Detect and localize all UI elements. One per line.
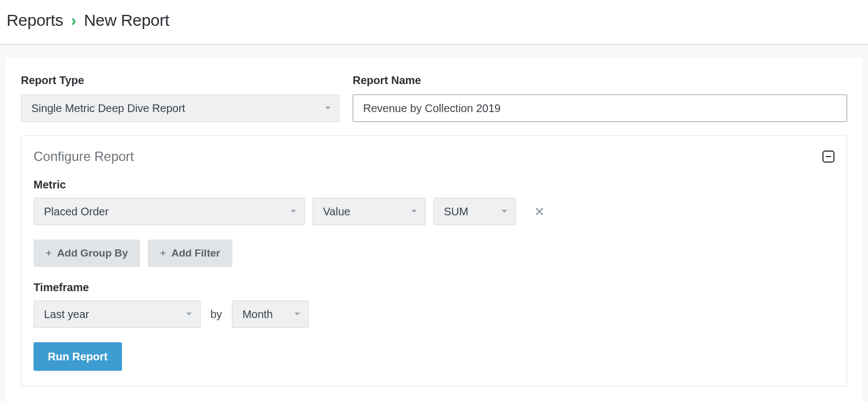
page-body: Report Type Single Metric Deep Dive Repo… bbox=[0, 44, 868, 402]
caret-down-icon bbox=[294, 312, 301, 316]
timeframe-select[interactable]: Last year bbox=[34, 300, 201, 328]
metric-aggregation-select[interactable]: SUM bbox=[433, 198, 516, 225]
interval-select[interactable]: Month bbox=[232, 300, 309, 328]
metric-property-select[interactable]: Value bbox=[313, 198, 426, 225]
collapse-button[interactable] bbox=[822, 151, 834, 163]
minus-icon bbox=[826, 156, 831, 157]
timeframe-label: Timeframe bbox=[34, 281, 834, 294]
report-form-card: Report Type Single Metric Deep Dive Repo… bbox=[5, 58, 863, 402]
add-filter-label: Add Filter bbox=[171, 247, 220, 259]
add-group-by-button[interactable]: + Add Group By bbox=[34, 240, 140, 267]
metric-event-select[interactable]: Placed Order bbox=[34, 198, 305, 225]
add-group-by-label: Add Group By bbox=[57, 247, 128, 259]
metric-event-value: Placed Order bbox=[44, 205, 109, 218]
by-text: by bbox=[210, 308, 222, 321]
report-type-value: Single Metric Deep Dive Report bbox=[31, 102, 185, 115]
panel-title: Configure Report bbox=[34, 149, 134, 164]
metric-property-value: Value bbox=[323, 205, 350, 218]
breadcrumb-current: New Report bbox=[84, 11, 169, 29]
breadcrumb: Reports › New Report bbox=[7, 11, 861, 30]
plus-icon: + bbox=[160, 247, 166, 259]
caret-down-icon bbox=[411, 209, 418, 214]
interval-value: Month bbox=[242, 308, 273, 321]
caret-down-icon bbox=[501, 209, 508, 214]
report-name-label: Report Name bbox=[353, 74, 847, 87]
add-filter-button[interactable]: + Add Filter bbox=[148, 240, 232, 267]
metric-aggregation-value: SUM bbox=[444, 205, 468, 218]
caret-down-icon bbox=[325, 106, 331, 110]
configure-report-panel: Configure Report Metric Placed Order Val… bbox=[21, 135, 847, 387]
report-type-label: Report Type bbox=[21, 74, 340, 87]
report-name-input[interactable] bbox=[353, 94, 847, 122]
clear-metric-button[interactable] bbox=[531, 203, 548, 220]
chevron-right-icon: › bbox=[71, 11, 76, 29]
caret-down-icon bbox=[186, 312, 192, 316]
breadcrumb-root-link[interactable]: Reports bbox=[7, 11, 63, 29]
metric-label: Metric bbox=[34, 179, 834, 191]
caret-down-icon bbox=[290, 209, 297, 214]
close-icon bbox=[535, 207, 544, 216]
page-header: Reports › New Report bbox=[0, 0, 868, 44]
plus-icon: + bbox=[46, 247, 52, 259]
timeframe-value: Last year bbox=[44, 308, 89, 321]
report-type-select[interactable]: Single Metric Deep Dive Report bbox=[21, 94, 340, 122]
run-report-button[interactable]: Run Report bbox=[34, 342, 122, 371]
